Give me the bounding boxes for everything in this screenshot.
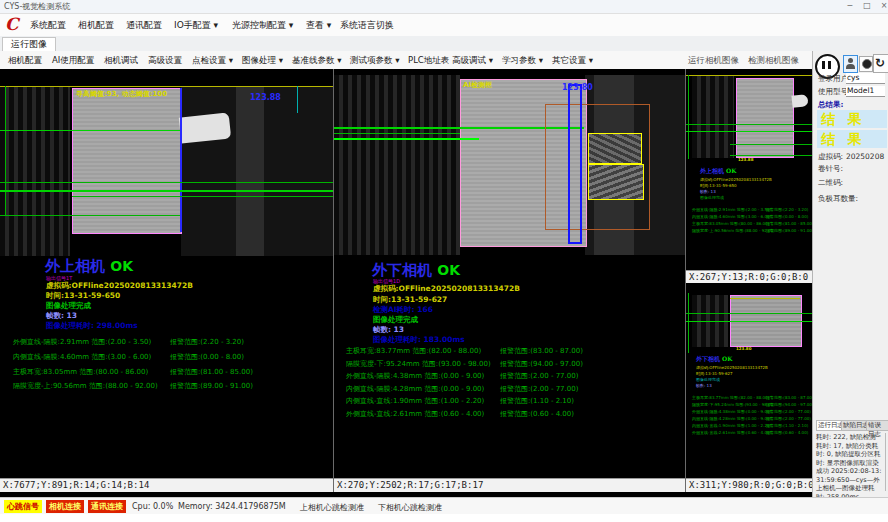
left-green-hline-5 [0, 215, 180, 216]
thumb-top-ok: OK [726, 167, 736, 174]
tool-baseline-params[interactable]: 基准线参数 ▾ [292, 55, 341, 67]
thumb-top-meas: 主极耳宽:83.05mm 范围:(80.00 - 86.00) [692, 221, 769, 227]
left-camera-name: 外上相机 [45, 257, 105, 275]
left-threshold-overlay: 寻高阈值:93, 动态阈值:100 [76, 89, 167, 99]
right-control-panel: ↻ 登录用户: cys 使用型号: Model1 总结果: 结 果 结 果 虚拟… [812, 51, 888, 497]
thumb-bot-title: 外下相机 OK [696, 355, 733, 364]
tab-run-image[interactable]: 运行图像 [2, 37, 56, 51]
mid-time: 时间:13-31-59-627 [373, 295, 447, 305]
menu-system-config[interactable]: 系统配置 [30, 19, 66, 32]
menu-language-switch[interactable]: 系统语言切换 [340, 19, 394, 32]
thumb-top-title: 外上相机 OK [700, 167, 737, 176]
thumb-bot-meas: 内侧直线-隔膜:4.28mm 范围:(0.00 - 9.00) [692, 416, 771, 422]
menu-io-config[interactable]: IO手配置 ▾ [174, 19, 218, 32]
tool-run-cam-image[interactable]: 运行相机图像 [688, 55, 739, 67]
tool-advanced-set[interactable]: 高级设置 [148, 55, 182, 67]
mid-process-time: 图像处理耗时: 183.00ms [373, 335, 465, 345]
tool-advanced-debug[interactable]: 高级调试 ▾ [452, 55, 493, 67]
mid-meas-alarm: 报警范围:(2.00 - 77.00) [500, 384, 578, 394]
tool-other-set[interactable]: 其它设置 ▾ [552, 55, 593, 67]
mid-meas-row: 隔膜宽度-下:95.24mm 范围:(93.00 - 98.00) [346, 359, 491, 369]
toolbar: 相机配置 AI使用配置 相机调试 高级设置 点检设置 ▾ 图像处理 ▾ 基准线参… [0, 51, 888, 70]
thumb-top-meas: 报警范围:(81.00 - 85.00) [766, 221, 812, 227]
mid-meas-row: 内侧直线-直线:1.90mm 范围:(1.00 - 2.20) [346, 396, 484, 406]
mid-green-hline-2 [334, 138, 479, 140]
record-button[interactable] [859, 56, 873, 72]
log-scrollbar[interactable] [885, 433, 886, 491]
left-teal-vline [297, 86, 298, 113]
thumbnail-top-panel[interactable]: 123.88 外上相机 OK 虚拟码:OFFline20250208133134… [686, 69, 812, 283]
mid-meas-alarm: 报警范围:(94.00 - 97.00) [500, 359, 583, 369]
left-meas-row: 隔膜宽度-上:90.56mm 范围:(88.00 - 92.00) [13, 381, 158, 391]
menu-camera-config[interactable]: 相机配置 [78, 19, 114, 32]
thumb-bot-ok: OK [722, 355, 732, 362]
thumb-bot-meas: 报警范围:(1.10 - 2.10) [766, 423, 808, 429]
person-icon [846, 64, 855, 69]
total-result-label: 总结果: [818, 100, 844, 110]
thumb-bot-green-h1 [686, 313, 812, 314]
thumb-bot-label: 123.80 [736, 346, 751, 351]
maximize-button[interactable]: □ [859, 0, 875, 12]
left-process-time: 图像处理耗时: 298.00ms [46, 321, 138, 331]
left-camera-title: 外上相机 OK [45, 257, 133, 276]
comm-link-badge: 通讯连接 [88, 500, 126, 513]
left-camera-panel[interactable]: 寻高阈值:93, 动态阈值:100 123.88 外上相机 OK 输出信号1T … [0, 69, 333, 492]
log-text[interactable]: 耗时: 222, 缺陷检测耗时: 17, 缺陷分类耗时: 0, 缺陷提取分区耗时… [816, 433, 882, 501]
mid-frame-count: 帧数: 13 [373, 325, 404, 335]
result-box-upper: 结 果 [817, 110, 887, 128]
left-blue-vline [180, 88, 182, 232]
left-meas-row: 外侧直线-隔膜:2.91mm 范围:(2.00 - 3.50) [13, 337, 151, 347]
left-time: 时间:13-31-59-650 [46, 291, 120, 301]
tool-camera-debug[interactable]: 相机调试 [104, 55, 138, 67]
thumb-top-green-h4 [730, 155, 812, 156]
mid-defect-rect-2 [588, 164, 644, 200]
upper-camera-heartbeat: 上相机心跳检测准 [300, 502, 364, 513]
log-tab-error[interactable]: 错误日志 [866, 420, 888, 431]
neg-tab-count-label: 负极耳数量: [818, 194, 858, 204]
tool-camera-config[interactable]: 相机配置 [8, 55, 42, 67]
record-icon [862, 59, 872, 69]
person-icon [848, 58, 853, 63]
thumb-bot-meas: 报警范围:(2.00 - 77.00) [766, 416, 811, 422]
tool-detect-cam-image[interactable]: 检测相机图像 [748, 55, 799, 67]
left-meas-row: 内侧直线-隔膜:4.60mm 范围:(3.00 - 6.00) [13, 352, 151, 362]
mid-meas-alarm: 报警范围:(83.00 - 87.00) [500, 346, 583, 356]
menu-light-config[interactable]: 光源控制配置 ▾ [232, 19, 293, 32]
close-button[interactable]: × [876, 0, 888, 12]
thumb-top-green-h2 [686, 131, 812, 132]
cpu-usage: Cpu: 0.0% [132, 502, 173, 511]
left-green-hline-2 [0, 182, 333, 183]
mid-width-overlay: 123.80 [562, 83, 593, 92]
thumb-bot-coords-bar: X:311;Y:980;R:0;G:0;B:0 [686, 478, 812, 492]
refresh-button[interactable]: ↻ [873, 54, 888, 73]
tool-image-process[interactable]: 图像处理 ▾ [242, 55, 283, 67]
mid-meas-row: 外侧直线-直线:2.61mm 范围:(0.60 - 4.00) [346, 409, 484, 419]
left-process-done: 图像处理完成 [46, 301, 91, 311]
left-barcode: 虚拟码:OFFline2025020813313472B [46, 281, 193, 291]
menu-view[interactable]: 查看 ▾ [306, 19, 331, 32]
login-user-field[interactable]: cys [846, 73, 885, 84]
thumbnail-bottom-panel[interactable]: 123.80 外下相机 OK 虚拟码:OFFline20250208133134… [686, 283, 812, 492]
middle-camera-panel[interactable]: AI检测框 123.80 外下相机 OK 输出信号1D 虚拟码:OFFline2… [334, 69, 685, 492]
minimize-button[interactable]: ─ [842, 0, 858, 12]
mid-ai-box-label: AI检测框 [463, 80, 492, 90]
menu-comm-config[interactable]: 通讯配置 [126, 19, 162, 32]
camera-link-badge: 相机连接 [46, 500, 84, 513]
model-field[interactable]: Model1 [846, 86, 885, 97]
tool-test-params[interactable]: 测试项参数 ▾ [350, 55, 399, 67]
operator-button[interactable] [843, 55, 858, 73]
mid-camera-ok-badge: OK [437, 262, 460, 278]
tool-spot-check[interactable]: 点检设置 ▾ [192, 55, 233, 67]
thumb-bot-yellow-line [730, 298, 800, 299]
left-image-column [236, 86, 264, 256]
tool-ai-config[interactable]: AI使用配置 [52, 55, 94, 67]
mid-meas-row: 外侧直线-隔膜:4.38mm 范围:(0.00 - 9.00) [346, 371, 484, 381]
tool-learn-params[interactable]: 学习参数 ▾ [502, 55, 543, 67]
mid-defect-rect-1 [588, 133, 642, 164]
heartbeat-badge: 心跳信号 [4, 500, 42, 513]
left-meas-alarm: 报警范围:(2.20 - 3.20) [170, 337, 244, 347]
mid-image-texture-left [334, 75, 460, 255]
thumb-bot-meas: 主极耳宽:83.77mm 范围:(82.00 - 88.00) [692, 395, 769, 401]
tool-plc-table[interactable]: PLC地址表 [408, 55, 449, 67]
mid-meas-row: 主极耳宽:83.77mm 范围:(82.00 - 88.00) [346, 346, 481, 356]
